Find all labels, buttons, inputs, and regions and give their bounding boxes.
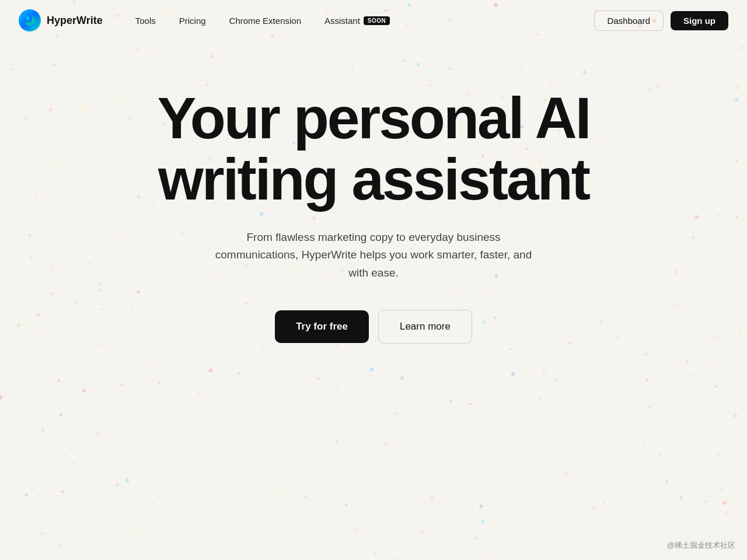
hero-buttons: Try for free Learn more xyxy=(275,310,472,344)
try-for-free-button[interactable]: Try for free xyxy=(275,310,369,343)
nav-actions: Dashboard Sign up xyxy=(594,10,728,31)
learn-more-button[interactable]: Learn more xyxy=(378,310,472,344)
hero-title: Your personal AI writing assistant xyxy=(134,88,613,210)
brand-name: HyperWrite xyxy=(47,15,103,27)
dashboard-button[interactable]: Dashboard xyxy=(594,10,664,31)
hero-section: Your personal AI writing assistant From … xyxy=(0,41,747,344)
hero-subtitle: From flawless marketing copy to everyday… xyxy=(204,229,543,282)
nav-assistant-label: Assistant xyxy=(324,16,360,26)
logo-icon xyxy=(19,9,41,32)
nav-chrome-extension[interactable]: Chrome Extension xyxy=(220,11,310,30)
soon-badge: SOON xyxy=(364,16,390,25)
navbar: HyperWrite Tools Pricing Chrome Extensio… xyxy=(0,0,747,41)
signup-button[interactable]: Sign up xyxy=(671,11,728,30)
nav-pricing[interactable]: Pricing xyxy=(170,11,215,30)
nav-assistant[interactable]: Assistant SOON xyxy=(315,11,399,30)
nav-tools[interactable]: Tools xyxy=(126,11,165,30)
watermark: @稀土掘金技术社区 xyxy=(667,540,735,551)
svg-point-0 xyxy=(25,15,35,26)
logo-link[interactable]: HyperWrite xyxy=(19,9,103,32)
nav-links: Tools Pricing Chrome Extension Assistant… xyxy=(126,11,594,30)
